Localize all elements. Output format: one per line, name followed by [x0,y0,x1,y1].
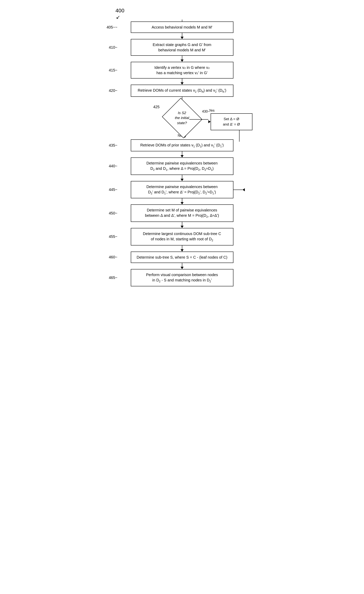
box-440: Determine pairwise equivalences betweenD… [131,157,233,175]
step-row-410: 410~ Extract state graphs G and G' from … [97,39,268,56]
a7 [181,202,184,204]
step-row-405: 405~ Access behavioral models M and M' [97,21,268,33]
yes-branch: Yes 430~ Set Δ = Øand Δ' = Ø [189,108,252,142]
box-430-wrapper: 430~ Set Δ = Øand Δ' = Ø [211,113,252,130]
back-arrow-445 [233,188,245,191]
c10 [182,263,182,267]
back-arrow-left [243,188,245,191]
box-410: Extract state graphs G and G' from behav… [131,39,233,56]
yes-arrow-box: 430~ Set Δ = Øand Δ' = Ø [208,113,252,130]
box-455: Determine largest continuous DOM sub-tre… [131,228,233,245]
step-row-440: 440~ Determine pairwise equivalences bet… [97,157,268,175]
a8 [181,226,184,228]
label-450: 450~ [102,211,117,216]
a9 [181,249,184,251]
box-430: Set Δ = Øand Δ' = Ø [211,113,252,130]
label-465: 465~ [102,276,117,280]
label-445: 445~ [102,188,117,192]
c9 [182,245,182,249]
a1 [181,37,184,39]
step-row-435: 435~ Retrieve DOMs of prior states v1 (D… [97,139,268,152]
a6 [181,179,184,181]
c8 [182,222,182,226]
label-455: 455~ [102,235,117,239]
label-415: 415~ [102,68,117,73]
diamond-text-425: Is S2the initialstate? [170,110,195,126]
label-405: 405~ [102,25,117,29]
box-435: Retrieve DOMs of prior states v1 (D1) an… [131,139,233,152]
back-h-line [233,189,243,190]
box-465: Perform visual comparison between nodesi… [131,269,233,287]
c2 [182,56,182,60]
c6 [182,175,182,179]
label-425: 425 [153,105,160,109]
label-440: 440~ [102,164,117,168]
step-row-420: 420~ Retrieve DOMs of current states v2 … [97,85,268,97]
c3 [182,79,182,82]
c7 [182,198,182,202]
step-row-450: 450~ Determine set M of pairwise equival… [97,204,268,222]
label-460: 460~ [102,255,117,259]
box-405: Access behavioral models M and M' [131,21,233,33]
diamond-branch-area: 425 Is S2the initialstate? No [97,103,268,138]
label-435: 435~ [102,143,117,148]
yes-arrow [208,120,211,123]
yes-label: Yes [209,108,215,113]
step-row-455: 455~ Determine largest continuous DOM su… [97,228,268,245]
a5 [181,155,184,157]
a3 [181,82,184,85]
label-410: 410~ [102,45,117,50]
connector-top [182,20,182,21]
step-row-445-wrapper: 445~ Determine pairwise equivalences bet… [97,181,268,198]
box-420: Retrieve DOMs of current states v2 (DN) … [131,85,233,97]
box-445: Determine pairwise equivalences betweenD… [131,181,233,198]
yes-label-and-box: Yes 430~ Set Δ = Øand Δ' = Ø [208,108,252,130]
box-460: Determine sub-tree S, where S = C - (lea… [131,251,233,263]
step-row-460: 460~ Determine sub-tree S, where S = C -… [97,251,268,263]
c5 [182,151,182,155]
label-420: 420~ [102,88,117,93]
box-415: Identify a vertex v₂ in G where v₂ has a… [131,62,233,79]
c1 [182,33,182,37]
a10 [181,267,184,269]
step-row-415: 415~ Identify a vertex v₂ in G where v₂ … [97,62,268,79]
yes-connector-row: Yes 430~ Set Δ = Øand Δ' = Ø [189,108,252,130]
label-430: 430~ [202,109,210,114]
a2 [181,60,184,62]
flowchart-container: 400 ↙ 405~ Access behavioral models M an… [97,8,268,586]
box-450: Determine set M of pairwise equivalences… [131,204,233,222]
step-row-465: 465~ Perform visual comparison between n… [97,269,268,287]
diagram-title: 400 [115,8,124,14]
